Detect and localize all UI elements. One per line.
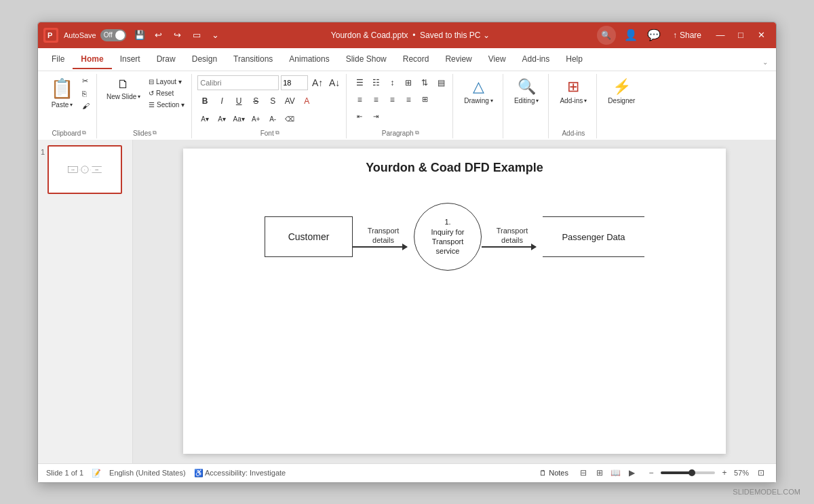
- fontcolor2-button[interactable]: A▾: [214, 112, 229, 127]
- editing-items: 🔍 Editing ▾: [509, 74, 545, 137]
- drawing-button[interactable]: △ Drawing ▾: [459, 75, 499, 107]
- slide-sorter-button[interactable]: ⊞: [593, 466, 606, 480]
- minimize-button[interactable]: —: [711, 26, 730, 45]
- new-slide-button[interactable]: 🗋 New Slide ▾: [102, 75, 144, 102]
- fontsize-increase2[interactable]: A+: [248, 112, 263, 127]
- tab-transitions[interactable]: Transitions: [225, 50, 281, 69]
- drawing-dropdown[interactable]: ▾: [490, 98, 493, 104]
- clearformat-button[interactable]: ⌫: [282, 112, 297, 127]
- editing-button[interactable]: 🔍 Editing ▾: [509, 75, 545, 107]
- numbering-button[interactable]: ☷: [368, 75, 383, 90]
- tab-record[interactable]: Record: [395, 50, 438, 69]
- font-decrease-button[interactable]: A↓: [327, 75, 342, 90]
- align-center-button[interactable]: ≡: [368, 92, 383, 107]
- smartart-button[interactable]: ⊞: [417, 92, 432, 107]
- normal-view-button[interactable]: ⊟: [577, 466, 590, 480]
- ribbon-collapse-button[interactable]: ⌄: [760, 57, 771, 68]
- font-increase-button[interactable]: A↑: [310, 75, 325, 90]
- underline-button[interactable]: U: [231, 94, 246, 109]
- tab-file[interactable]: File: [43, 50, 73, 69]
- textdirection-button[interactable]: ⇅: [417, 75, 432, 90]
- close-button[interactable]: ✕: [752, 26, 771, 45]
- copy-button[interactable]: ⎘: [79, 88, 92, 99]
- notes-button[interactable]: 🗒 Notes: [537, 467, 571, 478]
- new-slide-dropdown[interactable]: ▾: [138, 94, 140, 100]
- charspace-button[interactable]: AV: [282, 94, 297, 109]
- tab-help[interactable]: Help: [558, 50, 591, 69]
- present-icon[interactable]: ▭: [189, 27, 205, 43]
- bold-button[interactable]: B: [197, 94, 212, 109]
- designer-button[interactable]: ⚡ Designer: [602, 75, 640, 107]
- indent-more-button[interactable]: ⇥: [368, 109, 383, 124]
- addins-button[interactable]: ⊞ Add-ins ▾: [554, 75, 592, 107]
- fit-slide-button[interactable]: ⊡: [754, 466, 768, 480]
- redo-icon[interactable]: ↪: [170, 27, 186, 43]
- indent-less-button[interactable]: ⇤: [352, 109, 367, 124]
- dfd-passenger-data: Passenger Data: [543, 216, 644, 257]
- layout-button[interactable]: ⊟ Layout ▾: [146, 77, 187, 87]
- linespacing-button[interactable]: ↕: [385, 75, 400, 90]
- cut-button[interactable]: ✂: [79, 75, 92, 87]
- textalign-button[interactable]: ▤: [433, 75, 448, 90]
- editing-dropdown[interactable]: ▾: [536, 98, 539, 104]
- status-bar: Slide 1 of 1 📝 English (United States) ♿…: [38, 463, 776, 482]
- font-expand-icon[interactable]: ⧉: [275, 130, 279, 136]
- slide-canvas-area[interactable]: Yourdon & Coad DFD Example Customer Tran…: [133, 140, 776, 463]
- tab-insert[interactable]: Insert: [112, 50, 149, 69]
- reset-button[interactable]: ↺ Reset: [146, 88, 187, 98]
- italic-button[interactable]: I: [214, 94, 229, 109]
- zoom-slider[interactable]: [661, 471, 715, 474]
- notes-icon: 🗒: [539, 469, 547, 477]
- justify-button[interactable]: ≡: [401, 92, 416, 107]
- section-button[interactable]: ☰ Section ▾: [146, 100, 187, 110]
- fontsize-decrease2[interactable]: A-: [265, 112, 280, 127]
- addins-dropdown[interactable]: ▾: [584, 98, 587, 104]
- format-painter-button[interactable]: 🖌: [79, 100, 92, 111]
- comments-button[interactable]: 💬: [644, 26, 663, 45]
- autosave-toggle[interactable]: Off: [100, 29, 126, 41]
- highlight-button[interactable]: A▾: [197, 112, 212, 127]
- align-right-button[interactable]: ≡: [385, 92, 400, 107]
- undo-icon[interactable]: ↩: [151, 27, 167, 43]
- share-button[interactable]: ↑ Share: [665, 26, 710, 45]
- saved-dropdown[interactable]: ⌄: [483, 31, 490, 40]
- tab-home[interactable]: Home: [73, 50, 111, 69]
- status-notes-icon[interactable]: 📝: [92, 469, 101, 478]
- paste-button[interactable]: 📋 Paste ▾: [46, 75, 78, 111]
- zoom-in-button[interactable]: +: [718, 466, 731, 480]
- accessibility-status[interactable]: ♿ Accessibility: Investigate: [194, 469, 286, 478]
- slide-thumbnail[interactable]: Cust → 1. → Data: [47, 145, 122, 194]
- casechange-button[interactable]: Aa▾: [231, 112, 246, 127]
- reading-view-button[interactable]: 📖: [609, 466, 623, 480]
- paste-dropdown[interactable]: ▾: [70, 102, 73, 108]
- tab-slideshow[interactable]: Slide Show: [338, 50, 395, 69]
- tab-design[interactable]: Design: [184, 50, 225, 69]
- save-icon[interactable]: 💾: [132, 27, 148, 43]
- toggle-knob: [115, 31, 125, 40]
- bullets-button[interactable]: ☰: [352, 75, 367, 90]
- presentation-view-button[interactable]: ▶: [625, 466, 639, 480]
- font-size-select[interactable]: [281, 75, 308, 90]
- zoom-out-button[interactable]: −: [644, 466, 658, 480]
- main-area: 1 Cust → 1. → Data Yourdon: [38, 140, 776, 463]
- clipboard-expand-icon[interactable]: ⧉: [82, 130, 86, 136]
- tab-animations[interactable]: Animations: [281, 50, 337, 69]
- tab-view[interactable]: View: [480, 50, 514, 69]
- tab-review[interactable]: Review: [437, 50, 480, 69]
- title-center: Yourdon & Coad.pptx • Saved to this PC ⌄: [224, 31, 597, 40]
- collab-button[interactable]: 👤: [621, 26, 640, 45]
- dropdown-icon[interactable]: ⌄: [208, 27, 224, 43]
- fontcolor-button[interactable]: A: [299, 94, 314, 109]
- maximize-button[interactable]: □: [731, 26, 750, 45]
- tab-draw[interactable]: Draw: [149, 50, 184, 69]
- search-button[interactable]: 🔍: [597, 26, 616, 45]
- paragraph-expand-icon[interactable]: ⧉: [415, 130, 419, 136]
- align-left-button[interactable]: ≡: [352, 92, 367, 107]
- columns-button[interactable]: ⊞: [401, 75, 416, 90]
- slides-expand-icon[interactable]: ⧉: [153, 130, 157, 136]
- strikethrough-button[interactable]: S: [248, 94, 263, 109]
- tab-addins[interactable]: Add-ins: [514, 50, 558, 69]
- font-family-select[interactable]: [197, 75, 279, 90]
- shadow-button[interactable]: S: [265, 94, 280, 109]
- zoom-level[interactable]: 57%: [734, 469, 749, 477]
